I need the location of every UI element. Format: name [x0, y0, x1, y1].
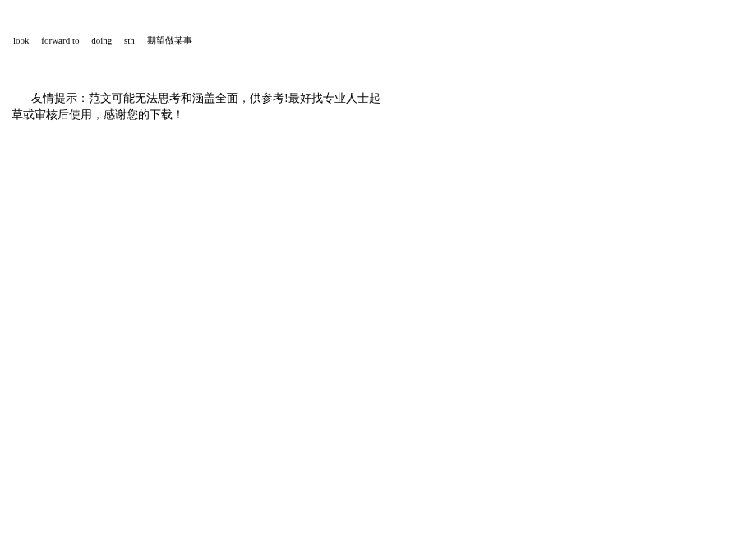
notice-text: 友情提示：范文可能无法思考和涵盖全面，供参考!最好找专业人士起草或审核后使用，感…: [12, 90, 381, 122]
vocabulary-line: look forward to doing sth 期望做某事: [13, 35, 192, 47]
word-look: look: [13, 35, 30, 45]
word-doing: doing: [91, 35, 112, 45]
word-sth: sth: [124, 35, 135, 45]
word-chinese-meaning: 期望做某事: [147, 35, 192, 47]
word-forward-to: forward to: [41, 35, 79, 45]
notice-paragraph: 友情提示：范文可能无法思考和涵盖全面，供参考!最好找专业人士起草或审核后使用，感…: [12, 90, 381, 122]
